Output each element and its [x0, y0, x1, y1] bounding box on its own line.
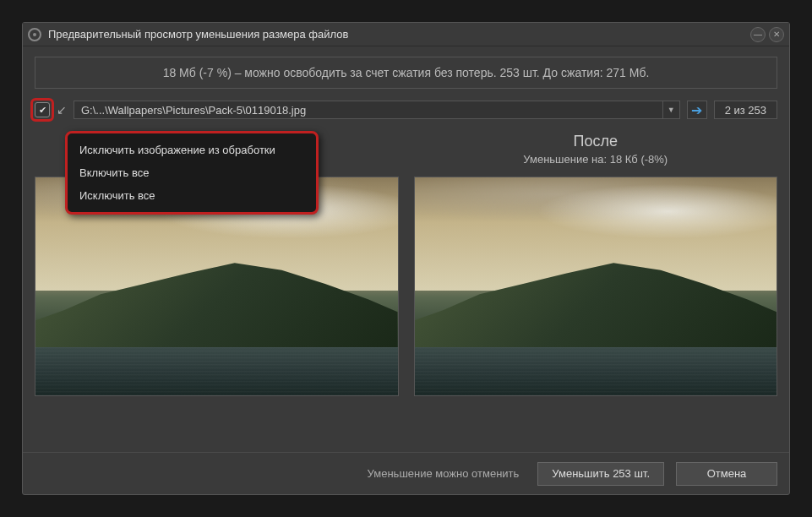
close-button[interactable]: ✕ [769, 27, 784, 42]
include-checkbox[interactable]: ✔ [35, 102, 50, 117]
window-title: Предварительный просмотр уменьшения разм… [48, 28, 750, 41]
context-menu: Исключить изображение из обработки Включ… [65, 131, 319, 215]
footer: Уменьшение можно отменить Уменьшить 253 … [23, 452, 789, 494]
summary-text: 18 Мб (-7 %) – можно освободить за счет … [163, 66, 650, 79]
summary-bar: 18 Мб (-7 %) – можно освободить за счет … [35, 57, 777, 89]
next-button[interactable]: ➔ [687, 101, 707, 119]
after-preview [414, 177, 778, 396]
titlebar: Предварительный просмотр уменьшения разм… [23, 23, 789, 46]
position-counter: 2 из 253 [714, 101, 777, 119]
cancel-button[interactable]: Отмена [676, 462, 777, 486]
menu-item-exclude-all[interactable]: Исключить все [68, 184, 316, 207]
window-controls: — ✕ [750, 27, 784, 42]
annotation-highlight [30, 98, 54, 122]
path-row: ✔ ↙ G:\...\Wallpapers\Pictures\Pack-5\01… [35, 101, 777, 119]
app-icon [28, 28, 41, 41]
file-path-text: G:\...\Wallpapers\Pictures\Pack-5\011901… [74, 104, 662, 117]
undo-note: Уменьшение можно отменить [368, 467, 520, 480]
minimize-button[interactable]: — [750, 27, 766, 42]
preview-water [35, 347, 398, 395]
resize-icon: ↙ [57, 103, 67, 117]
dialog-window: Предварительный просмотр уменьшения разм… [22, 22, 790, 495]
chevron-down-icon[interactable]: ▼ [662, 101, 679, 118]
after-column: После Уменьшение на: 18 Кб (-8%) [414, 129, 778, 396]
reduction-text: Уменьшение на: 18 Кб (-8%) [523, 153, 668, 171]
menu-item-include-all[interactable]: Включить все [68, 161, 316, 184]
reduce-button[interactable]: Уменьшить 253 шт. [537, 462, 664, 486]
content-area: 18 Мб (-7 %) – можно освободить за счет … [23, 46, 789, 452]
menu-item-exclude-image[interactable]: Исключить изображение из обработки [68, 139, 316, 161]
after-label: После [574, 129, 618, 153]
file-path-combobox[interactable]: G:\...\Wallpapers\Pictures\Pack-5\011901… [74, 101, 680, 119]
preview-water [415, 347, 777, 395]
